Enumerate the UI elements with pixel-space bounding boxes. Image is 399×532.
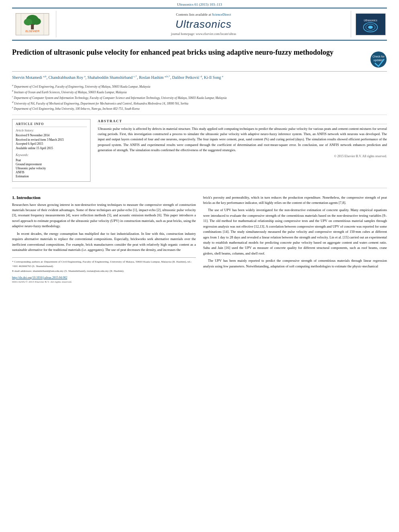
journal-citation: Ultrasonics 61 (2015) 103–113 bbox=[0, 0, 399, 8]
history-label: Article history: bbox=[16, 129, 87, 132]
keyword-3: Ultrasonic pulse velocity bbox=[16, 166, 87, 170]
footnote-area: * Corresponding authors at: Department o… bbox=[12, 257, 196, 284]
author-5: Dalibor Petković d bbox=[172, 75, 202, 80]
svg-point-3 bbox=[33, 18, 41, 25]
right-para-2: The use of UPV has been widely investiga… bbox=[203, 207, 387, 256]
article-info-box: ARTICLE INFO Article history: Received 9… bbox=[12, 119, 90, 182]
available-date: Available online 15 April 2015 bbox=[16, 146, 87, 150]
sciencedirect-link[interactable]: ScienceDirect bbox=[212, 12, 231, 16]
introduction-title: 1. Introduction bbox=[12, 195, 196, 200]
intro-para-1: Researchers have shown growing interest … bbox=[12, 202, 196, 229]
svg-text:ELSEVIER: ELSEVIER bbox=[25, 30, 39, 33]
intro-para-2: In recent decades, the energy consumptio… bbox=[12, 231, 196, 253]
keyword-2: Ground improvement bbox=[16, 162, 87, 166]
body-columns: 1. Introduction Researchers have shown g… bbox=[12, 190, 387, 284]
affiliations: a Department of Civil Engineering, Facul… bbox=[12, 82, 387, 115]
contents-text: Contents lists available at ScienceDirec… bbox=[176, 12, 231, 16]
authors-section: Shervin Motamedi a,b, Chandrabhushan Roy… bbox=[12, 72, 387, 82]
affil-c: c Department of Computer System and Info… bbox=[12, 95, 387, 100]
corresponding-footnote: * Corresponding authors at: Department o… bbox=[12, 260, 196, 268]
introduction-column: 1. Introduction Researchers have shown g… bbox=[12, 195, 196, 284]
abstract-column: ABSTRACT Ultrasonic pulse velocity is af… bbox=[98, 119, 387, 186]
crossmark-badge: Check for updates bbox=[370, 51, 387, 68]
keyword-1: Peat bbox=[16, 158, 87, 162]
article-info-header: ARTICLE INFO bbox=[16, 122, 87, 127]
journal-title: Ultrasonics bbox=[175, 18, 232, 31]
keyword-4: ANFIS bbox=[16, 170, 87, 174]
svg-text:Check for: Check for bbox=[372, 55, 385, 58]
author-1: Shervin Motamedi a,b bbox=[12, 75, 47, 80]
issn-line: 0041-624X/© 2015 Elsevier B.V. All right… bbox=[12, 280, 196, 284]
email-addresses: shamshirband@um.edu.my (S. Shamshirband)… bbox=[33, 269, 124, 273]
svg-text:Ultrasonics: Ultrasonics bbox=[364, 19, 377, 22]
doi-link[interactable]: http://dx.doi.org/10.1016/j.ultras.2015.… bbox=[12, 275, 196, 280]
affil-d: d University of Niš, Faculty of Mechanic… bbox=[12, 101, 387, 106]
copyright-line: © 2015 Elsevier B.V. All rights reserved… bbox=[98, 154, 387, 158]
journal-homepage: journal homepage: www.elsevier.com/locat… bbox=[171, 32, 236, 36]
email-label: E-mail addresses: bbox=[12, 269, 32, 273]
article-title-section: Prediction of ultrasonic pulse velocity … bbox=[12, 41, 387, 72]
body-right-column: brick's porosity and permeability, which… bbox=[203, 195, 387, 284]
keyword-5: Estimation bbox=[16, 175, 87, 178]
right-col-text: brick's porosity and permeability, which… bbox=[203, 195, 387, 269]
abstract-header: ABSTRACT bbox=[98, 119, 387, 124]
revised-date: Received in revised form 3 March 2015 bbox=[16, 138, 87, 142]
affil-b: b Institute of Ocean and Earth Sciences,… bbox=[12, 89, 387, 94]
svg-point-13 bbox=[368, 25, 373, 29]
author-4: Roslan Hashim a,b,* bbox=[139, 75, 170, 80]
right-para-3: The UPV has been mainly reported to pred… bbox=[203, 258, 387, 269]
info-abstract-columns: ARTICLE INFO Article history: Received 9… bbox=[12, 115, 387, 186]
svg-rect-4 bbox=[31, 24, 34, 29]
journal-header: ELSEVIER Contents lists available at Sci… bbox=[12, 8, 387, 41]
section-divider bbox=[12, 188, 387, 188]
article-title: Prediction of ultrasonic pulse velocity … bbox=[12, 48, 333, 57]
affil-a: a Department of Civil Engineering, Facul… bbox=[12, 84, 387, 89]
author-6: Ki-Il Song e bbox=[204, 75, 223, 80]
author-2: Chandrabhushan Roy a bbox=[49, 75, 86, 80]
received-date: Received 9 November 2014 bbox=[16, 134, 87, 137]
elsevier-logo-section: ELSEVIER bbox=[12, 11, 56, 37]
article-info-column: ARTICLE INFO Article history: Received 9… bbox=[12, 119, 90, 186]
abstract-text: Ultrasonic pulse velocity is affected by… bbox=[98, 126, 387, 153]
abstract-section: ABSTRACT Ultrasonic pulse velocity is af… bbox=[98, 119, 387, 158]
author-3: Shahaboddin Shamshirband c,* bbox=[88, 75, 137, 80]
authors-line: Shervin Motamedi a,b, Chandrabhushan Roy… bbox=[12, 75, 387, 80]
accepted-date: Accepted 6 April 2015 bbox=[16, 142, 87, 146]
introduction-text: Researchers have shown growing interest … bbox=[12, 202, 196, 253]
journal-logo-right: Ultrasonics bbox=[356, 13, 386, 35]
elsevier-logo-svg: ELSEVIER bbox=[15, 13, 49, 36]
email-footnote: E-mail addresses: shamshirband@um.edu.my… bbox=[12, 269, 196, 273]
journal-logo-right-section: Ultrasonics bbox=[351, 11, 387, 37]
keywords-label: Keywords: bbox=[16, 153, 87, 157]
page: Ultrasonics 61 (2015) 103–113 ELSEVIER bbox=[0, 0, 399, 532]
right-para-1: brick's porosity and permeability, which… bbox=[203, 195, 387, 206]
keywords-list: Peat Ground improvement Ultrasonic pulse… bbox=[16, 158, 87, 178]
article-content: Prediction of ultrasonic pulse velocity … bbox=[0, 41, 399, 284]
affil-e: e Department of Civil Engineering, Inha … bbox=[12, 106, 387, 111]
journal-title-section: Contents lists available at ScienceDirec… bbox=[56, 11, 351, 37]
